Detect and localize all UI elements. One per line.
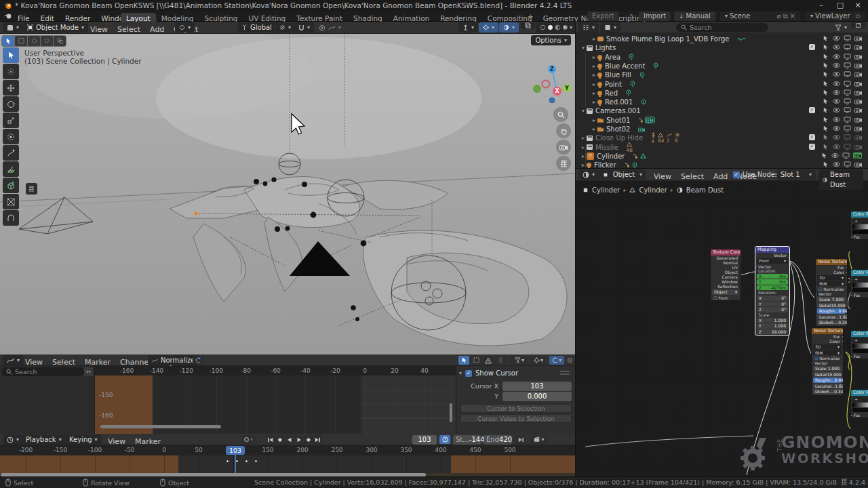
select-lasso-button[interactable]	[41, 36, 53, 46]
menu-add[interactable]: Add	[709, 172, 732, 181]
3d-viewport[interactable]: ▾ Object Mode▾ ViewSelectAddObject ▾ Glo…	[0, 22, 575, 354]
overlays-toggle[interactable]: ▾	[499, 22, 519, 33]
snap-magnet-button[interactable]: ▾	[294, 22, 314, 33]
shader-editor[interactable]: ▾ Object▾ ViewSelectAddNode ✓ Use Nodes …	[575, 168, 868, 476]
collection-checkbox[interactable]: ✓	[809, 44, 815, 50]
playhead-badge[interactable]: 103	[226, 446, 245, 455]
grid-tool-button[interactable]	[495, 356, 506, 365]
disclosure-icon[interactable]: ▸	[591, 126, 597, 132]
interaction-tool-button[interactable]	[3, 194, 19, 209]
disclosure-icon[interactable]: ▸	[591, 36, 597, 42]
outliner-row-red-001[interactable]: ▸Red.001	[576, 98, 868, 106]
outliner-row-blue-fill[interactable]: ▸Blue Fill	[576, 70, 868, 79]
outliner-row-cylinder[interactable]: ▸▽Cylinder	[576, 152, 868, 161]
show-cursor-checkbox[interactable]: ✓	[465, 370, 472, 377]
channel-filter-toggle[interactable]: ↔	[84, 367, 93, 376]
material-selector[interactable]: Beam Dust	[818, 169, 863, 190]
snap-target-button[interactable]: ▾	[275, 22, 295, 33]
outliner-row-point[interactable]: ▸Point	[576, 80, 868, 89]
shader-editor-type-button[interactable]: ▾	[578, 169, 599, 180]
proportional-edit-button[interactable]: ▾	[315, 22, 345, 33]
outliner-row-blue-accent[interactable]: ▸Blue Accent	[576, 62, 868, 70]
xray-toggle[interactable]	[521, 22, 535, 28]
channel-search-input[interactable]: Search	[1, 367, 84, 376]
scene-selector[interactable]: ▾ Scene ⌀ ⧉ ×	[720, 12, 800, 21]
add-workspace-tab[interactable]: +	[522, 11, 539, 22]
outliner-row-red[interactable]: ▸Red	[576, 89, 868, 98]
cursor-tool-button[interactable]	[3, 64, 19, 79]
preview-range-toggle[interactable]	[439, 435, 450, 444]
keying-menu[interactable]: Keying▾	[65, 434, 102, 445]
copy-icon[interactable]: ⧉	[783, 12, 787, 21]
extra-tool-button[interactable]	[3, 210, 19, 226]
blender-menu-icon[interactable]	[4, 13, 12, 20]
disclosure-icon[interactable]: ▸	[591, 54, 597, 60]
cursor-x-field[interactable]: 103	[502, 382, 572, 391]
node-color-ramp-1[interactable]: Color Ramp+−Fac	[850, 211, 868, 240]
cursor-y-field[interactable]: 0.000	[502, 392, 572, 401]
menu-add[interactable]: Add	[145, 25, 169, 34]
disclosure-icon[interactable]: ▸	[591, 63, 597, 69]
disclosure-icon[interactable]: ▸	[580, 135, 587, 141]
pivot-point-button[interactable]: ▾	[530, 356, 547, 365]
timeline-editor-type-button[interactable]: ▾	[3, 434, 23, 445]
outliner-display-mode-button[interactable]: ▾	[600, 22, 620, 33]
auto-keying-button[interactable]: ▾	[241, 435, 255, 444]
options-button[interactable]: Options▾	[531, 35, 571, 45]
node-mapping[interactable]: MappingVectorPoint▾VectorLocation:X0mY0m…	[755, 246, 790, 336]
navigation-gizmo[interactable]: Z X Y	[529, 60, 572, 168]
scene-browse-icon[interactable]: ▾	[725, 12, 728, 21]
node-noise-texture-2[interactable]: Noise TextureFacColor3D▾fBM▾☑ NormalizeV…	[811, 327, 844, 396]
graph-editor[interactable]: ▾ ViewSelectMarkerChannelKey Normalize ▾…	[0, 354, 575, 434]
box-select-tool-button[interactable]	[471, 356, 481, 365]
node-color-ramp-2[interactable]: Color Ramp+−Fac	[850, 269, 868, 298]
play-reverse-button[interactable]	[285, 435, 294, 444]
keying-set-button[interactable]: ▾	[530, 435, 548, 444]
play-button[interactable]	[294, 435, 303, 444]
outliner-row-missile[interactable]: ▸Missile48✓	[576, 143, 868, 152]
viewport-scene[interactable]	[0, 34, 575, 354]
disclosure-icon[interactable]: ▸	[591, 72, 597, 78]
frame-end-field[interactable]: End420	[484, 435, 512, 445]
channel-region[interactable]: Search ↔	[0, 366, 95, 434]
disclosure-icon[interactable]: ▸	[591, 99, 597, 105]
outliner-filter-button[interactable]: ▾	[831, 22, 851, 33]
editor-type-button[interactable]: ▾	[3, 22, 23, 33]
axis-x-handle[interactable]: X	[553, 87, 561, 96]
annotate-tool-button[interactable]	[3, 145, 19, 161]
extensions-icon[interactable]	[841, 479, 848, 485]
node-color-ramp-3[interactable]: Color Ramp+−Fac	[850, 330, 868, 359]
shader-type-selector[interactable]: Object▾	[599, 169, 646, 180]
transform-tool-button[interactable]	[3, 129, 19, 144]
close-button[interactable]: ×	[849, 1, 867, 9]
zoom-button[interactable]	[553, 107, 568, 122]
tweak-tool-button[interactable]	[458, 356, 469, 365]
outliner-row-lights[interactable]: ▾Lights✓	[576, 43, 868, 52]
maximize-button[interactable]: □	[831, 1, 849, 9]
node-noise-texture-1[interactable]: Noise TextureFacColor3D▾fBM▾☑ NormalizeV…	[815, 258, 848, 327]
select-box-button[interactable]	[15, 36, 27, 46]
menu-view[interactable]: View	[85, 25, 113, 34]
node-texture-coordinate[interactable]: Texture CoordinateGeneratedNormalUVObjec…	[710, 249, 741, 301]
add-primitive-tool-button[interactable]	[3, 178, 19, 193]
select-tweak-button[interactable]	[2, 36, 14, 46]
rotate-tool-button[interactable]	[3, 96, 19, 112]
active-tool-popover[interactable]: ▾	[175, 22, 195, 33]
gizmos-toggle[interactable]: ▾	[479, 22, 498, 33]
horizontal-scrollbar[interactable]	[100, 425, 221, 428]
timeline-tracks[interactable]: ▸	[0, 455, 575, 473]
collection-checkbox[interactable]: ✓	[809, 144, 815, 150]
menu-view[interactable]: View	[649, 172, 676, 181]
normalize-auto-button[interactable]	[193, 356, 203, 365]
pin-icon[interactable]: ⌀	[776, 12, 781, 21]
outliner-row-close-up-hide[interactable]: ▸Close Up Hide48428✓	[576, 134, 868, 142]
outliner-row-flicker[interactable]: ▸Flicker	[576, 161, 868, 168]
select-tool-button[interactable]	[3, 47, 19, 63]
select-circle-button[interactable]	[28, 36, 40, 46]
copy-icon[interactable]: ⧉	[856, 12, 861, 21]
curve-view[interactable]: -160-140-120-100-80-60-40-2002040 -150 -…	[95, 366, 456, 434]
playback-menu[interactable]: Playback▾	[22, 434, 66, 445]
import-button[interactable]: Import	[639, 12, 671, 21]
panel-drag-handle[interactable]	[560, 371, 570, 372]
outliner-search-input[interactable]: Search	[676, 23, 768, 32]
